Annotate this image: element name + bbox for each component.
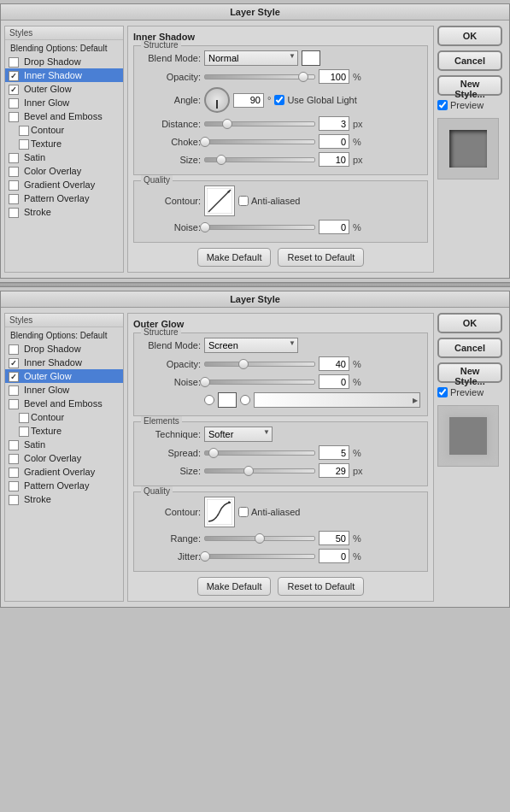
checkbox2-color-overlay[interactable]	[9, 454, 19, 464]
checkbox2-stroke[interactable]	[9, 495, 19, 505]
style-item-blending[interactable]: Blending Options: Default	[5, 42, 123, 55]
style-item-color-overlay[interactable]: Color Overlay	[5, 164, 123, 178]
style-item-bevel-emboss[interactable]: Bevel and Emboss	[5, 109, 123, 123]
size-input-1[interactable]	[319, 152, 349, 167]
checkbox-inner-glow[interactable]	[9, 98, 19, 109]
global-light-checkbox-1[interactable]	[274, 95, 284, 105]
glow-solid-swatch-2[interactable]	[218, 392, 237, 408]
size-slider-2[interactable]	[204, 468, 315, 474]
checkbox-contour[interactable]	[19, 126, 29, 136]
anti-aliased-checkbox-2[interactable]	[238, 507, 249, 517]
style2-item-bevel-emboss[interactable]: Bevel and Emboss	[5, 397, 123, 410]
noise-slider-2[interactable]	[204, 380, 315, 385]
preview-checkbox-1[interactable]	[437, 100, 448, 110]
blend-mode-select-1[interactable]: Normal Multiply Screen	[204, 50, 298, 66]
checkbox-bevel-emboss[interactable]	[9, 112, 19, 122]
size-thumb-1[interactable]	[216, 155, 226, 165]
new-style-btn-1[interactable]: New Style...	[437, 75, 502, 96]
glow-radio-gradient-2[interactable]	[240, 395, 250, 405]
spread-thumb-2[interactable]	[208, 448, 219, 458]
anti-aliased-label-1[interactable]: Anti-aliased	[238, 196, 300, 206]
style-item-pattern-overlay[interactable]: Pattern Overlay	[5, 191, 123, 205]
checkbox-satin[interactable]	[9, 153, 19, 163]
checkbox-pattern-overlay[interactable]	[9, 194, 19, 204]
style-item-outer-glow[interactable]: Outer Glow	[5, 82, 123, 96]
opacity-slider-1[interactable]	[204, 74, 315, 79]
style-item-inner-glow[interactable]: Inner Glow	[5, 96, 123, 109]
opacity-thumb-1[interactable]	[298, 72, 308, 82]
jitter-thumb-2[interactable]	[200, 551, 210, 562]
checkbox2-contour[interactable]	[19, 413, 29, 423]
checkbox-texture[interactable]	[19, 139, 29, 150]
glow-radio-solid-2[interactable]	[204, 395, 214, 405]
cancel-btn-2[interactable]: Cancel	[437, 338, 502, 358]
style-item-satin[interactable]: Satin	[5, 150, 123, 164]
checkbox2-inner-shadow[interactable]	[9, 358, 19, 368]
contour-preview-2[interactable]	[204, 497, 235, 527]
choke-input-1[interactable]	[319, 134, 349, 149]
style2-item-gradient-overlay[interactable]: Gradient Overlay	[5, 465, 123, 479]
checkbox2-satin[interactable]	[9, 440, 19, 450]
blend-color-swatch-1[interactable]	[302, 50, 320, 66]
range-slider-2[interactable]	[204, 536, 315, 541]
new-style-btn-2[interactable]: New Style...	[437, 362, 502, 383]
anti-aliased-checkbox-1[interactable]	[238, 196, 249, 206]
jitter-input-2[interactable]	[319, 549, 349, 563]
spread-slider-2[interactable]	[204, 450, 315, 456]
size-thumb-2[interactable]	[243, 466, 254, 476]
style2-item-color-overlay[interactable]: Color Overlay	[5, 451, 123, 465]
noise-input-2[interactable]	[319, 374, 349, 389]
angle-input-1[interactable]	[233, 93, 264, 108]
style2-item-pattern-overlay[interactable]: Pattern Overlay	[5, 479, 123, 492]
reset-default-btn-2[interactable]: Reset to Default	[278, 577, 364, 596]
contour-preview-1[interactable]	[204, 185, 235, 216]
ok-btn-2[interactable]: OK	[437, 313, 502, 333]
jitter-slider-2[interactable]	[204, 554, 315, 559]
technique-select-2[interactable]: Softer Precise	[204, 427, 273, 442]
style2-item-outer-glow[interactable]: Outer Glow	[5, 369, 123, 383]
checkbox2-drop-shadow[interactable]	[9, 344, 19, 355]
ok-btn-1[interactable]: OK	[437, 26, 502, 46]
glow-gradient-bar-2[interactable]: ▶	[254, 392, 420, 408]
checkbox-gradient-overlay[interactable]	[9, 180, 19, 191]
checkbox-stroke[interactable]	[9, 208, 19, 218]
checkbox2-texture[interactable]	[19, 427, 29, 437]
size-slider-1[interactable]	[204, 157, 315, 162]
checkbox2-outer-glow[interactable]	[9, 372, 19, 382]
distance-input-1[interactable]	[319, 116, 349, 131]
distance-slider-1[interactable]	[204, 121, 315, 127]
style-item-contour[interactable]: Contour	[5, 123, 123, 137]
checkbox-outer-glow[interactable]	[9, 85, 19, 95]
noise-slider-1[interactable]	[204, 225, 315, 230]
make-default-btn-1[interactable]: Make Default	[197, 248, 272, 267]
size-input-2[interactable]	[319, 463, 349, 478]
checkbox-inner-shadow[interactable]	[9, 71, 19, 81]
style-item-gradient-overlay[interactable]: Gradient Overlay	[5, 178, 123, 191]
opacity-input-1[interactable]	[319, 69, 349, 84]
blend-mode-wrapper-2[interactable]: Screen Normal Multiply	[204, 338, 298, 353]
distance-thumb-1[interactable]	[222, 119, 232, 129]
style2-item-drop-shadow[interactable]: Drop Shadow	[5, 342, 123, 356]
cancel-btn-1[interactable]: Cancel	[437, 50, 502, 71]
style-item-stroke[interactable]: Stroke	[5, 205, 123, 219]
style-item-inner-shadow[interactable]: Inner Shadow	[5, 68, 123, 82]
spread-input-2[interactable]	[319, 445, 349, 460]
checkbox2-inner-glow[interactable]	[9, 385, 19, 396]
style2-item-inner-shadow[interactable]: Inner Shadow	[5, 356, 123, 369]
checkbox2-bevel-emboss[interactable]	[9, 399, 19, 409]
style2-item-inner-glow[interactable]: Inner Glow	[5, 383, 123, 397]
angle-dial-1[interactable]	[204, 87, 230, 113]
style-item-texture[interactable]: Texture	[5, 137, 123, 150]
style2-item-contour[interactable]: Contour	[5, 410, 123, 424]
global-light-label-1[interactable]: Use Global Light	[274, 95, 356, 105]
checkbox2-gradient-overlay[interactable]	[9, 468, 19, 478]
preview-checkbox-2[interactable]	[437, 387, 448, 397]
preview-label-2[interactable]: Preview	[437, 387, 506, 397]
checkbox-drop-shadow[interactable]	[9, 57, 19, 68]
checkbox2-pattern-overlay[interactable]	[9, 481, 19, 491]
style-item-drop-shadow[interactable]: Drop Shadow	[5, 55, 123, 68]
range-thumb-2[interactable]	[255, 533, 265, 544]
reset-default-btn-1[interactable]: Reset to Default	[278, 248, 364, 267]
preview-label-1[interactable]: Preview	[437, 100, 506, 110]
range-input-2[interactable]	[319, 531, 349, 545]
